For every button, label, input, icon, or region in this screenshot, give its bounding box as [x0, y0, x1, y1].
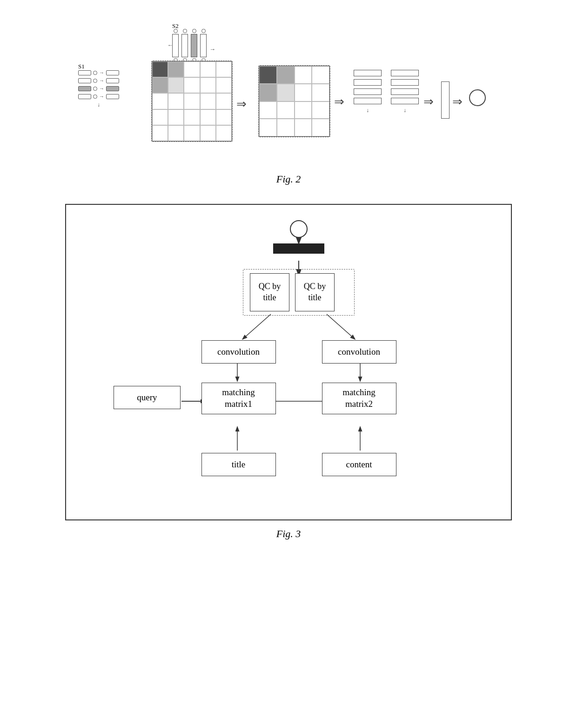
med-matrix-outer [258, 65, 330, 137]
arrow2: ⇒ [334, 94, 344, 109]
thin-rect [441, 81, 450, 119]
svg-line-3 [327, 314, 355, 339]
s2-group: → [172, 29, 215, 62]
content-box: content [321, 452, 397, 477]
fig3-box: QC by title QC by title convolution conv… [65, 204, 512, 520]
page: S2 [0, 0, 577, 728]
qc-group: QC by title QC by title [243, 268, 355, 317]
conv2-box: convolution [321, 340, 397, 364]
circle-node [469, 89, 486, 106]
fig3-arrows [75, 214, 502, 503]
qc2-box: QC by title [295, 273, 335, 311]
s1-label: S1 [78, 63, 85, 70]
arrow1: ⇒ [236, 97, 247, 111]
fig3-outer: QC by title QC by title convolution conv… [28, 204, 549, 547]
fig2-container: S2 [28, 19, 549, 199]
query-box: query [113, 385, 181, 410]
fig2-caption: Fig. 2 [276, 173, 301, 185]
fig3-caption: Fig. 3 [276, 528, 301, 540]
svg-line-2 [243, 314, 271, 339]
fc-stack-right: ↓ [391, 70, 419, 114]
big-matrix-inner [152, 61, 232, 142]
thick-bar [271, 242, 327, 255]
conv1-box: convolution [200, 340, 277, 364]
fig3-diagram: QC by title QC by title convolution conv… [75, 214, 502, 503]
matrix1-box: matching matrix1 [200, 382, 277, 415]
big-matrix-outer [151, 61, 233, 142]
arrow4: ⇒ [452, 94, 463, 109]
arrow3: ⇒ [423, 94, 434, 109]
fig2-diagram: S2 [65, 19, 512, 163]
fc-stack-left: ↓ [354, 70, 382, 114]
med-matrix-inner [259, 66, 330, 137]
title-box: title [200, 452, 277, 477]
qc1-box: QC by title [250, 273, 289, 311]
output-circle [288, 219, 309, 239]
s1-group: → → → → [78, 70, 119, 108]
matrix2-box: matching matrix2 [321, 382, 397, 415]
